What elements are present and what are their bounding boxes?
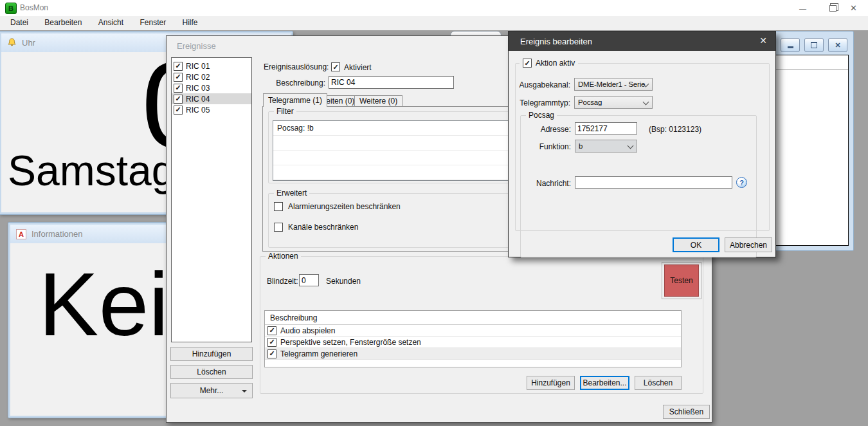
menu-datei[interactable]: Datei [3,16,35,30]
mdi-restore-button[interactable] [804,38,824,52]
ric-add-button[interactable]: Hinzufügen [170,347,253,361]
ausgabekanal-select[interactable]: DME-Melder1 - Serie [574,78,653,91]
funktion-label: Funktion: [534,142,571,151]
menu-bearbeiten[interactable]: Bearbeiten [37,16,89,30]
adresse-input[interactable] [575,122,637,134]
nachricht-label: Nachricht: [530,179,571,188]
mdi-close-button[interactable]: ✕ [828,38,847,52]
menu-hilfe[interactable]: Hilfe [175,16,204,30]
list-item[interactable]: ✓ RIC 01 [172,60,251,71]
ereignisse-dialog-title: Ereignisse [177,41,216,51]
trigger-label: Ereignisauslösung: [264,62,329,71]
action-row[interactable]: ✓ Audio abspielen [265,325,681,337]
checkbox[interactable]: ✓ [267,326,276,335]
restore-icon [829,5,836,12]
blindzeit-input[interactable] [299,274,319,286]
description-input[interactable] [329,76,454,89]
alarm-times-row: Alarmierungszeiten beschränken [274,202,401,211]
list-item-selected[interactable]: ✓ RIC 04 [172,93,251,104]
action-label: Perspektive setzen, Fenstergröße setzen [280,338,421,347]
window-title: BosMon [20,0,48,16]
adresse-label: Adresse: [534,125,571,134]
nachricht-input[interactable] [575,176,732,189]
minimize-icon [788,46,793,48]
checkbox[interactable]: ✓ [174,84,183,93]
minimize-icon: — [799,5,806,12]
action-row[interactable]: ✓ Perspektive setzen, Fenstergröße setze… [265,337,681,348]
close-icon: ✕ [850,3,857,13]
info-a-icon: A [16,229,26,239]
description-label: Beschreibung: [263,79,325,88]
telegrammtyp-select[interactable]: Pocsag [574,96,653,109]
mdi-workspace: Uhr 0 Samstag, A Informationen Kein [0,30,868,426]
informationen-title: Informationen [32,229,83,239]
blindzeit-label: Blindzeit: [267,277,298,286]
dropdown-arrow-icon [242,390,247,393]
ric-delete-button[interactable]: Löschen [170,365,253,379]
mdi-minimize-button[interactable] [781,38,800,52]
funktion-value: b [579,142,583,150]
close-icon: ✕ [835,41,840,50]
menu-fenster[interactable]: Fenster [132,16,173,30]
list-item[interactable]: ✓ RIC 03 [172,82,251,93]
sekunden-label: Sekunden [326,277,361,286]
tab-weitere[interactable]: Weitere (0) [354,95,402,107]
checkbox[interactable]: ✓ [174,95,183,104]
ric-label: RIC 02 [186,73,210,82]
adresse-hint: (Bsp: 0123123) [649,125,701,134]
channels-label: Kanäle beschränken [288,223,358,232]
minimize-button[interactable]: — [788,0,817,16]
alarm-times-label: Alarmierungszeiten beschränken [288,202,401,211]
clock-day-text: Samstag, [8,146,187,195]
channels-checkbox[interactable] [274,223,283,232]
main-titlebar: B BosMon — ✕ [0,0,868,16]
ausgabekanal-value: DME-Melder1 - Serie [578,80,645,88]
action-edit-button[interactable]: Bearbeiten... [580,376,629,390]
tab-telegramme[interactable]: Telegramme (1) [263,93,327,107]
checkbox[interactable]: ✓ [267,349,276,358]
ric-more-button[interactable]: Mehr... [170,383,253,398]
close-button[interactable]: ✕ [839,0,868,16]
checkbox[interactable]: ✓ [267,338,276,347]
ric-listbox[interactable]: ✓ RIC 01 ✓ RIC 02 ✓ RIC 03 ✓ RIC 04 ✓ [171,57,252,342]
menu-ansicht[interactable]: Ansicht [91,16,131,30]
ric-label: RIC 03 [186,84,210,93]
edit-dialog-titlebar: Ereignis bearbeiten [509,32,775,51]
ok-button[interactable]: OK [673,237,719,252]
action-label: Audio abspielen [280,326,335,335]
chevron-down-icon [628,143,634,149]
filter-text: Pocsag: !b [277,124,314,133]
funktion-select[interactable]: b [575,140,637,153]
aktion-aktiv-checkbox[interactable]: ✓ [523,59,532,68]
schliessen-button[interactable]: Schließen [663,405,710,419]
more-label: Mehr... [200,386,224,395]
action-row-selected[interactable]: ✓ Telegramm generieren [265,348,681,360]
edit-dialog-close-button[interactable]: ✕ [759,36,767,45]
telegrammtyp-label: Telegrammtyp: [516,98,570,107]
mdi-caption-buttons: ✕ [781,38,847,52]
abbrechen-button[interactable]: Abbrechen [725,237,772,252]
aktion-aktiv-label: Aktion aktiv [536,59,575,68]
actions-list[interactable]: Beschreibung ✓ Audio abspielen ✓ Perspek… [264,310,682,367]
menubar: Datei Bearbeiten Ansicht Fenster Hilfe [0,16,868,31]
ereignis-bearbeiten-dialog: Ereignis bearbeiten ✕ ✓ Aktion aktiv Aus… [508,31,776,257]
aktionen-groupbox: Aktionen Blindzeit: Sekunden Testen Besc… [260,256,703,394]
trigger-checkbox[interactable]: ✓ [331,62,340,71]
list-item[interactable]: ✓ RIC 02 [172,71,251,82]
checkbox[interactable]: ✓ [174,73,183,82]
action-delete-button[interactable]: Löschen [635,376,682,390]
aktionen-legend: Aktionen [266,252,301,261]
alarm-times-checkbox[interactable] [274,202,283,211]
erweitert-legend: Erweitert [274,189,309,198]
bell-icon [7,38,17,48]
checkbox[interactable]: ✓ [174,106,183,115]
action-add-button[interactable]: Hinzufügen [527,376,575,390]
help-icon[interactable]: ? [736,177,747,188]
ric-label: RIC 01 [186,62,210,71]
filter-legend: Filter [274,107,296,116]
actions-list-header: Beschreibung [265,311,681,325]
aktion-aktiv-legend: ✓ Aktion aktiv [520,59,578,68]
checkbox[interactable]: ✓ [174,62,183,71]
list-item[interactable]: ✓ RIC 05 [172,104,251,115]
testen-button[interactable]: Testen [664,264,699,297]
